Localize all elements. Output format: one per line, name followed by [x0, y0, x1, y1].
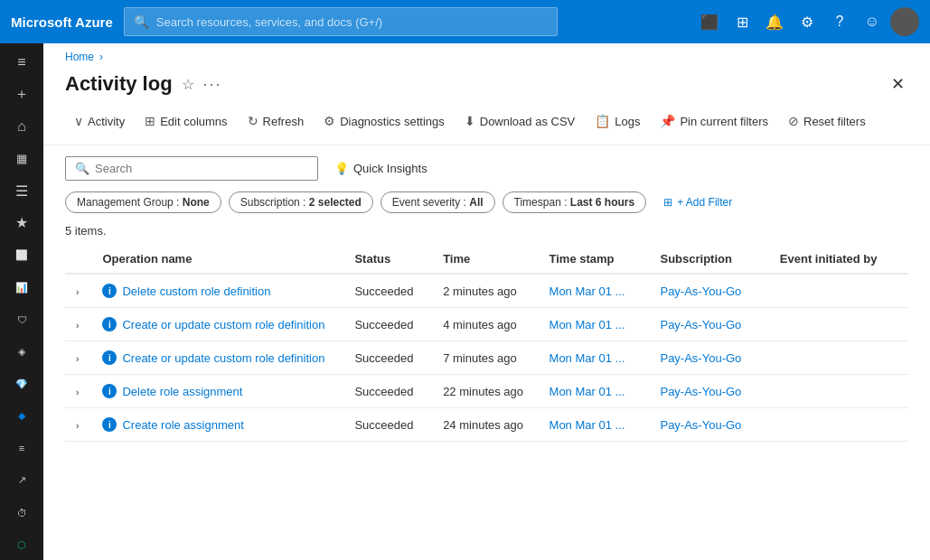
- status-cell: Succeeded: [343, 308, 432, 341]
- breadcrumb: Home ›: [43, 43, 930, 70]
- table-row: › i Create or update custom role definit…: [65, 308, 908, 341]
- sidebar-expand[interactable]: ≡: [4, 47, 40, 78]
- sidebar-menu2[interactable]: ≡: [4, 434, 40, 464]
- sidebar-security[interactable]: 🛡: [4, 304, 40, 335]
- subscription-chip[interactable]: Subscription : 2 selected: [229, 191, 373, 213]
- add-icon: ⊞: [663, 196, 672, 209]
- timestamp-cell: Mon Mar 01 ...: [539, 341, 650, 375]
- sidebar-deploy[interactable]: ↗: [4, 465, 40, 496]
- status-cell: Succeeded: [343, 341, 432, 375]
- notifications-icon[interactable]: 🔔: [760, 7, 789, 36]
- close-button[interactable]: ✕: [888, 70, 908, 98]
- time-cell: 7 minutes ago: [432, 341, 538, 375]
- edit-columns-button[interactable]: ⊞ Edit columns: [136, 108, 236, 134]
- settings-icon: ⚙: [324, 114, 335, 128]
- activity-button[interactable]: ∨ Activity: [65, 108, 134, 134]
- feedback-icon[interactable]: ☺: [858, 7, 887, 36]
- info-icon: i: [102, 417, 117, 432]
- sidebar-automation[interactable]: ⏱: [4, 498, 40, 528]
- subscription-cell[interactable]: Pay-As-You-Go: [649, 308, 768, 341]
- logs-button[interactable]: 📋 Logs: [586, 108, 649, 134]
- cloud-shell-icon[interactable]: ⬛: [695, 7, 724, 36]
- sidebar-extra[interactable]: ⬡: [4, 529, 40, 560]
- search-box[interactable]: 🔍: [65, 156, 318, 181]
- breadcrumb-home[interactable]: Home: [65, 51, 94, 63]
- pin-icon: 📌: [660, 114, 675, 128]
- columns-icon: ⊞: [145, 114, 155, 128]
- user-avatar[interactable]: [890, 7, 919, 36]
- download-csv-button[interactable]: ⬇ Download as CSV: [456, 108, 585, 134]
- status-cell: Succeeded: [343, 408, 432, 442]
- sidebar-dashboard[interactable]: ▦: [4, 144, 40, 174]
- col-subscription: Subscription: [649, 245, 768, 274]
- col-event-initiated: Event initiated by: [769, 245, 908, 274]
- row-expand-icon[interactable]: ›: [76, 321, 79, 331]
- initiated-cell: [769, 308, 908, 341]
- reset-filters-button[interactable]: ⊘ Reset filters: [779, 108, 875, 134]
- col-time: Time: [432, 245, 538, 274]
- row-expand-icon[interactable]: ›: [76, 287, 79, 297]
- initiated-cell: [769, 341, 908, 375]
- row-expand-icon[interactable]: ›: [76, 387, 79, 397]
- download-icon: ⬇: [465, 114, 475, 128]
- row-expand-icon[interactable]: ›: [76, 421, 79, 431]
- sidebar-monitor[interactable]: 📊: [4, 272, 40, 303]
- info-icon: i: [102, 284, 117, 298]
- settings-icon[interactable]: ⚙: [793, 7, 822, 36]
- sidebar-home[interactable]: ⌂: [4, 111, 40, 142]
- event-severity-chip[interactable]: Event severity : All: [380, 191, 495, 213]
- timestamp-cell: Mon Mar 01 ...: [539, 375, 650, 408]
- col-expand: [65, 245, 91, 274]
- operation-name-3[interactable]: i Delete role assignment: [102, 384, 333, 398]
- global-search-input[interactable]: [156, 15, 548, 29]
- initiated-cell: [769, 375, 908, 408]
- sidebar-all-services[interactable]: ☰: [4, 176, 40, 207]
- global-search-box[interactable]: 🔍: [124, 7, 558, 36]
- activity-table: Operation name Status Time Time stamp Su…: [65, 245, 908, 442]
- operation-name-1[interactable]: i Create or update custom role definitio…: [102, 317, 333, 331]
- sidebar-favorites[interactable]: ★: [4, 208, 40, 238]
- info-icon: i: [102, 350, 117, 365]
- operation-name-0[interactable]: i Delete custom role definition: [102, 284, 333, 298]
- sidebar-ad[interactable]: ◆: [4, 401, 40, 432]
- sidebar-recent[interactable]: ⬜: [4, 240, 40, 271]
- top-nav-icons: ⬛ ⊞ 🔔 ⚙ ? ☺: [695, 7, 919, 36]
- subscription-cell[interactable]: Pay-As-You-Go: [649, 408, 768, 442]
- table-row: › i Create or update custom role definit…: [65, 341, 908, 375]
- sidebar-policy[interactable]: ◈: [4, 337, 40, 368]
- table-body: › i Delete custom role definition Succee…: [65, 274, 908, 442]
- breadcrumb-separator: ›: [99, 51, 103, 63]
- search-icon: 🔍: [134, 14, 149, 29]
- main-layout: ≡ ＋ ⌂ ▦ ☰ ★ ⬜ 📊 🛡 ◈ 💎 ◆ ≡ ↗ ⏱ ⬡ Home › A…: [0, 43, 930, 560]
- refresh-button[interactable]: ↻ Refresh: [239, 108, 314, 134]
- brand-name: Microsoft Azure: [11, 14, 113, 30]
- subscription-cell[interactable]: Pay-As-You-Go: [649, 274, 768, 308]
- help-icon[interactable]: ?: [825, 7, 854, 36]
- col-status: Status: [343, 245, 432, 274]
- timespan-chip[interactable]: Timespan : Last 6 hours: [503, 191, 647, 213]
- table-row: › i Delete role assignment Succeeded 22 …: [65, 375, 908, 408]
- operation-name-4[interactable]: i Create role assignment: [102, 417, 333, 432]
- row-expand-icon[interactable]: ›: [76, 354, 79, 364]
- initiated-cell: [769, 274, 908, 308]
- status-cell: Succeeded: [343, 375, 432, 408]
- add-filter-button[interactable]: ⊞ + Add Filter: [653, 191, 742, 213]
- more-options-icon[interactable]: ···: [203, 75, 222, 94]
- sidebar-cost[interactable]: 💎: [4, 369, 40, 399]
- search-input[interactable]: [95, 162, 308, 175]
- subscription-cell[interactable]: Pay-As-You-Go: [649, 375, 768, 408]
- items-count: 5 items.: [43, 224, 930, 245]
- info-icon: i: [102, 317, 117, 331]
- chevron-down-icon: ∨: [74, 114, 83, 128]
- subscription-cell[interactable]: Pay-As-You-Go: [649, 341, 768, 375]
- operation-name-2[interactable]: i Create or update custom role definitio…: [102, 350, 333, 365]
- filter-chips: Management Group : None Subscription : 2…: [43, 191, 930, 224]
- pin-filters-button[interactable]: 📌 Pin current filters: [651, 108, 777, 134]
- sidebar-create[interactable]: ＋: [4, 79, 40, 110]
- management-group-chip[interactable]: Management Group : None: [65, 191, 221, 213]
- col-operation-name: Operation name: [91, 245, 343, 274]
- diagnostics-button[interactable]: ⚙ Diagnostics settings: [315, 108, 454, 134]
- pin-icon[interactable]: ☆: [182, 76, 194, 93]
- quick-insights-button[interactable]: 💡 Quick Insights: [327, 157, 435, 180]
- directory-icon[interactable]: ⊞: [728, 7, 756, 36]
